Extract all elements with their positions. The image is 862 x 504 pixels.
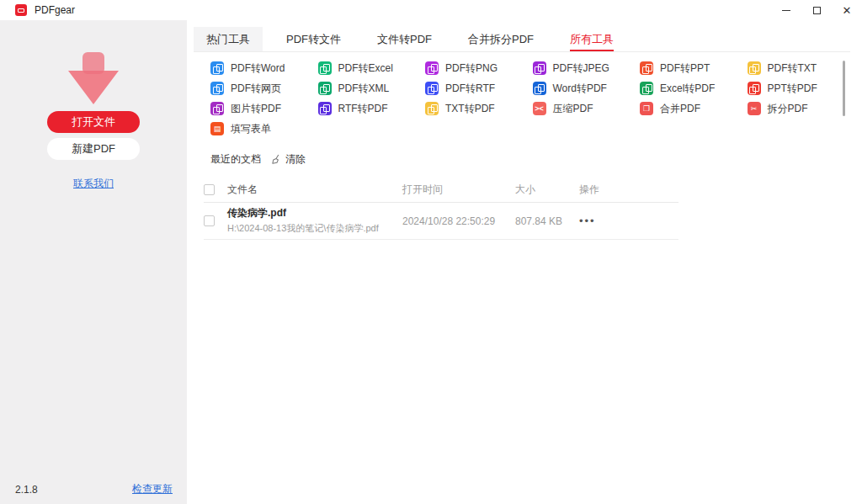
open-file-button[interactable]: 打开文件 [47,111,140,133]
tool-label: PDF转Word [231,61,285,76]
tool-label: RTF转PDF [338,102,388,116]
tool-item[interactable]: PDF转PPT [640,61,748,76]
select-row-checkbox[interactable] [204,215,215,226]
tool-icon [210,61,224,75]
tab-item[interactable]: 文件转PDF [364,27,444,51]
tool-icon [640,82,653,95]
tool-icon [425,61,439,75]
tool-icon: >< [533,102,546,115]
tab-label: 合并拆分PDF [468,32,534,47]
pages-glyph-icon [642,84,652,93]
tool-icon [533,61,546,75]
more-actions-button[interactable]: ••• [579,215,596,227]
opened-time: 2024/10/28 22:50:29 [402,215,515,227]
tool-icon: ▤ [210,122,224,135]
new-pdf-button[interactable]: 新建PDF [47,138,140,160]
tool-glyph-icon: ❐ [643,105,650,113]
tool-label: 拆分PDF [768,102,808,116]
tab-item[interactable]: 所有工具 [557,27,626,51]
tool-label: 合并PDF [660,102,700,116]
close-icon: ✕ [843,5,852,16]
tool-icon [210,82,224,95]
tool-glyph-icon: ▤ [214,125,221,133]
tool-label: PPT转PDF [768,82,817,96]
tool-label: PDF转TXT [768,61,817,76]
tool-item[interactable]: Excel转PDF [640,82,748,96]
vertical-scrollbar[interactable] [843,61,845,116]
pages-glyph-icon [320,64,329,73]
column-actions: 操作 [579,183,630,197]
pages-glyph-icon [320,84,329,93]
tool-item[interactable]: 图片转PDF [210,102,318,116]
tool-glyph-icon: >< [535,105,544,113]
tabs-divider [194,51,850,52]
tab-item[interactable]: PDF转文件 [274,27,354,51]
tool-icon [318,102,332,115]
clear-recent-button[interactable]: 清除 [271,152,306,167]
tool-item[interactable]: PDF转TXT [748,61,855,76]
file-size: 807.84 KB [515,215,579,227]
select-all-checkbox[interactable] [204,184,215,195]
contact-us-link[interactable]: 联系我们 [73,178,114,189]
table-row[interactable]: 传染病学.pdf H:\2024-08-13我的笔记\传染病学.pdf 2024… [204,203,678,240]
tool-label: Excel转PDF [660,82,715,96]
tool-label: PDF转网页 [231,82,281,96]
version-label: 2.1.8 [15,484,38,496]
tool-grid: PDF转Word PDF转Excel PDF转PNG PDF转JPEG [210,58,854,139]
tool-item[interactable]: PPT转PDF [748,82,855,96]
tool-icon [748,82,761,95]
tool-icon [318,82,332,95]
tool-label: 压缩PDF [553,102,593,116]
tab-item[interactable]: 热门工具 [194,27,263,51]
pages-glyph-icon [213,104,222,114]
tool-item[interactable]: PDF转JPEG [533,61,641,76]
tool-item[interactable]: PDF转Excel [318,61,426,76]
tab-label: 热门工具 [206,32,250,47]
tool-icon: ✂ [748,102,761,115]
recent-files-table: 文件名 打开时间 大小 操作 传染病学.pdf H:\2024-08-13我的笔… [204,177,678,240]
tool-item[interactable]: PDF转PNG [425,61,533,76]
tab-label: PDF转文件 [286,32,341,47]
tool-label: PDF转Excel [338,61,393,76]
pages-glyph-icon [642,64,652,73]
clear-label: 清除 [285,152,306,167]
tool-item[interactable]: TXT转PDF [425,102,533,116]
tool-icon [425,102,439,115]
tool-item[interactable]: RTF转PDF [318,102,426,116]
tool-label: TXT转PDF [445,102,495,116]
tool-item[interactable]: >< 压缩PDF [533,102,641,116]
tool-label: 图片转PDF [231,102,281,116]
pages-glyph-icon [428,104,437,114]
tool-item[interactable]: PDF转Word [210,61,318,76]
tab-item[interactable]: 合并拆分PDF [455,27,546,51]
tool-item[interactable]: ❐ 合并PDF [640,102,748,116]
file-name: 传染病学.pdf [227,207,402,220]
maximize-button[interactable] [801,0,832,20]
app-logo-icon [15,4,27,16]
column-filename: 文件名 [227,183,402,197]
tool-label: PDF转PPT [660,61,710,76]
tool-item[interactable]: PDF转网页 [210,82,318,96]
tool-item[interactable]: ▤ 填写表单 [210,122,318,136]
sidebar: 打开文件 新建PDF 联系我们 2.1.8 检查更新 [0,20,187,504]
minimize-button[interactable] [771,0,801,20]
tab-label: 文件转PDF [377,32,432,47]
recent-title: 最近的文档 [210,152,261,167]
tool-label: PDF转PNG [445,61,498,76]
tool-icon [640,61,653,75]
tool-label: PDF转RTF [445,82,495,96]
tool-item[interactable]: ✂ 拆分PDF [748,102,855,116]
pages-glyph-icon [749,64,758,73]
pages-glyph-icon [213,64,222,73]
tool-item[interactable]: PDF转RTF [425,82,533,96]
pages-glyph-icon [535,84,544,93]
table-body: 传染病学.pdf H:\2024-08-13我的笔记\传染病学.pdf 2024… [204,203,678,240]
check-update-link[interactable]: 检查更新 [132,482,173,496]
maximize-icon [813,7,821,14]
close-button[interactable]: ✕ [832,0,862,20]
tool-label: PDF转JPEG [553,61,609,76]
tool-item[interactable]: Word转PDF [533,82,641,96]
tool-item[interactable]: PDF转XML [318,82,426,96]
tool-icon [318,61,332,75]
tool-icon [210,102,224,115]
